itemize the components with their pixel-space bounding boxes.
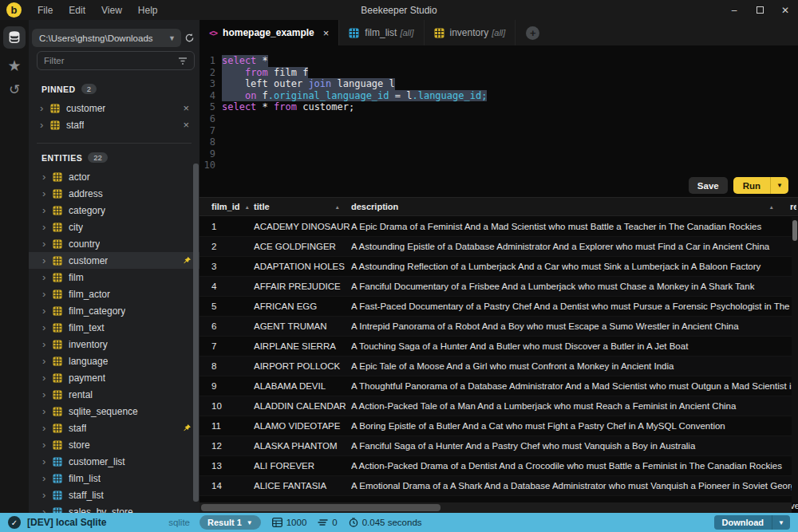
entity-item[interactable]: › film — [29, 269, 200, 286]
chevron-right-icon[interactable]: › — [42, 188, 53, 199]
table-row[interactable]: 12 ALASKA PHANTOM A Fanciful Saga of a H… — [200, 435, 798, 455]
cell-title[interactable]: AFFAIR PREJUDICE — [254, 282, 351, 291]
cell-film-id[interactable]: 2 — [200, 242, 254, 251]
cell-film-id[interactable]: 4 — [200, 282, 254, 291]
entity-item[interactable]: › language — [29, 353, 200, 369]
table-row[interactable]: 6 AGENT TRUMAN A Intrepid Panorama of a … — [200, 316, 798, 336]
filter-input[interactable] — [44, 56, 178, 65]
table-row[interactable]: 10 ALADDIN CALENDAR A Action-Packed Tale… — [200, 396, 798, 416]
cell-title[interactable]: AIRPORT POLLOCK — [254, 361, 351, 371]
vertical-scrollbar-thumb[interactable] — [792, 220, 797, 241]
run-button[interactable]: Run ▼ — [733, 177, 788, 194]
chevron-right-icon[interactable]: › — [42, 356, 53, 366]
maximize-button[interactable] — [747, 0, 772, 20]
column-header-description[interactable]: description — [351, 198, 798, 215]
vertical-scrollbar[interactable] — [792, 217, 798, 502]
table-row[interactable]: 8 AIRPORT POLLOCK A Epic Tale of a Moose… — [200, 356, 798, 376]
entity-item[interactable]: › film_actor — [29, 286, 200, 302]
table-row[interactable]: 5 AFRICAN EGG A Fast-Paced Documentary o… — [200, 296, 798, 316]
cell-title[interactable]: ALICE FANTASIA — [254, 481, 351, 491]
run-options-caret[interactable]: ▼ — [770, 177, 788, 194]
minimize-button[interactable]: – — [721, 0, 747, 20]
download-button[interactable]: Download ▼ — [714, 515, 790, 530]
cell-description[interactable]: A Thoughtful Panorama of a Database Admi… — [351, 381, 798, 391]
entity-item[interactable]: › staff_list — [29, 487, 200, 503]
cell-description[interactable]: A Boring Epistle of a Butler And a Cat w… — [351, 421, 798, 431]
cell-description[interactable]: A Touching Saga of a Hunter And a Butler… — [351, 341, 798, 351]
code-area[interactable]: 1 select * 2 from film f 3 left outer jo… — [200, 45, 798, 171]
entity-item[interactable]: › customer_list — [29, 453, 200, 470]
sort-asc-icon[interactable]: ▲ — [244, 204, 249, 210]
table-row[interactable]: 4 AFFAIR PREJUDICE A Fanciful Documentar… — [200, 276, 798, 296]
menu-item[interactable]: File — [30, 5, 61, 16]
chevron-right-icon[interactable]: › — [42, 406, 53, 416]
cell-title[interactable]: ALAMO VIDEOTAPE — [254, 421, 351, 431]
cell-description[interactable]: A Astounding Epistle of a Database Admin… — [351, 242, 798, 251]
column-header-film-id[interactable]: film_id▲ — [200, 198, 254, 215]
cell-title[interactable]: ALADDIN CALENDAR — [254, 401, 351, 411]
history-button[interactable]: ↺ — [9, 83, 20, 97]
chevron-right-icon[interactable]: › — [42, 439, 53, 450]
chevron-right-icon[interactable]: › — [42, 423, 53, 433]
chevron-right-icon[interactable]: › — [42, 456, 53, 467]
favorites-button[interactable]: ★ — [7, 58, 21, 73]
chevron-right-icon[interactable]: › — [42, 205, 53, 215]
cell-description[interactable]: A Fanciful Documentary of a Frisbee And … — [351, 282, 798, 291]
horizontal-scrollbar[interactable] — [200, 502, 792, 513]
sql-editor[interactable]: 1 select * 2 from film f 3 left outer jo… — [200, 45, 798, 197]
result-selector[interactable]: Result 1▼ — [200, 515, 261, 530]
cell-description[interactable]: A Intrepid Panorama of a Robot And a Boy… — [351, 321, 798, 331]
cell-title[interactable]: ACADEMY DINOSAUR — [254, 222, 351, 231]
cell-title[interactable]: ALI FOREVER — [254, 461, 351, 471]
chevron-right-icon[interactable]: › — [42, 389, 53, 400]
tab[interactable]: <> film_list [all] × — [339, 20, 424, 45]
unpin-close-icon[interactable]: × — [183, 119, 192, 131]
entity-item[interactable]: › payment — [29, 369, 200, 386]
entity-item[interactable]: › store — [29, 436, 200, 453]
cell-film-id[interactable]: 7 — [200, 341, 254, 351]
sidebar-scrollbar[interactable] — [193, 164, 199, 502]
pinned-item[interactable]: › staff × — [29, 116, 200, 133]
menu-item[interactable]: Edit — [61, 5, 93, 16]
cell-description[interactable]: A Epic Tale of a Moose And a Girl who mu… — [351, 361, 798, 371]
chevron-right-icon[interactable]: › — [42, 272, 53, 282]
close-tab-icon[interactable]: × — [323, 27, 330, 39]
cell-film-id[interactable]: 3 — [200, 262, 254, 271]
cell-film-id[interactable]: 5 — [200, 301, 254, 311]
chevron-right-icon[interactable]: › — [42, 473, 53, 483]
cell-film-id[interactable]: 11 — [200, 421, 254, 431]
table-row[interactable]: 1 ACADEMY DINOSAUR A Epic Drama of a Fem… — [200, 216, 798, 236]
chevron-right-icon[interactable]: › — [40, 120, 50, 130]
chevron-right-icon[interactable]: › — [42, 305, 53, 316]
cell-title[interactable]: AFRICAN EGG — [254, 301, 351, 311]
chevron-right-icon[interactable]: › — [42, 289, 53, 299]
entity-item[interactable]: › inventory — [29, 336, 200, 353]
chevron-right-icon[interactable]: › — [42, 339, 53, 349]
chevron-right-icon[interactable]: › — [42, 322, 53, 333]
chevron-right-icon[interactable]: › — [42, 238, 53, 249]
entity-item[interactable]: › sales_by_store — [29, 503, 200, 513]
cell-description[interactable]: A Fast-Paced Documentary of a Pastry Che… — [351, 301, 798, 311]
tab[interactable]: <> inventory [all] × — [425, 20, 516, 45]
cell-description[interactable]: A Epic Drama of a Feminist And a Mad Sci… — [351, 222, 798, 231]
cell-title[interactable]: ALASKA PHANTOM — [254, 441, 351, 451]
entity-item[interactable]: › actor — [29, 168, 200, 185]
table-row[interactable]: 13 ALI FOREVER A Action-Packed Drama of … — [200, 455, 798, 475]
chevron-right-icon[interactable]: › — [42, 222, 53, 232]
table-row[interactable]: 11 ALAMO VIDEOTAPE A Boring Epistle of a… — [200, 416, 798, 435]
entity-filter[interactable] — [37, 51, 195, 70]
refresh-button[interactable] — [184, 33, 195, 43]
cell-description[interactable]: A Astounding Reflection of a Lumberjack … — [351, 262, 798, 271]
table-row[interactable]: 2 ACE GOLDFINGER A Astounding Epistle of… — [200, 236, 798, 256]
table-row[interactable]: 7 AIRPLANE SIERRA A Touching Saga of a H… — [200, 336, 798, 356]
chevron-right-icon[interactable]: › — [40, 103, 50, 113]
download-options-caret[interactable]: ▼ — [772, 515, 790, 530]
entity-item[interactable]: › film_text — [29, 319, 200, 336]
table-row[interactable]: 9 ALABAMA DEVIL A Thoughtful Panorama of… — [200, 376, 798, 396]
entity-item[interactable]: › address — [29, 185, 200, 202]
menu-item[interactable]: View — [93, 5, 130, 16]
unpin-close-icon[interactable]: × — [183, 102, 192, 114]
close-button[interactable]: ✕ — [772, 0, 798, 20]
tab[interactable]: <> homepage_example × — [200, 20, 339, 45]
cell-description[interactable]: A Action-Packed Drama of a Dentist And a… — [351, 461, 798, 471]
